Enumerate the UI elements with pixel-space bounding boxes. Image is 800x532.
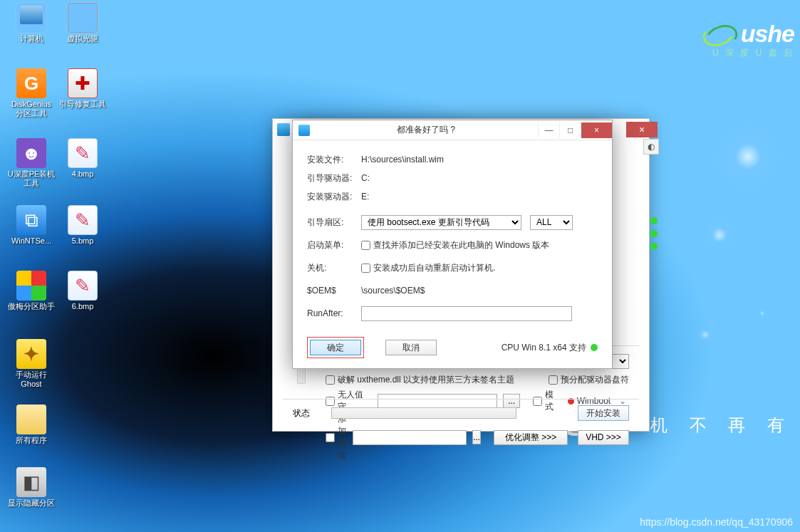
start-menu-label: 启动菜单: — [307, 239, 361, 251]
cpu-status: CPU Win 8.1 x64 支持 — [502, 342, 586, 354]
runafter-input[interactable] — [361, 306, 572, 321]
folder-icon — [16, 405, 46, 434]
driver-path[interactable] — [353, 430, 467, 445]
icon-show-hidden[interactable]: ◧显示隐藏分区 — [9, 467, 54, 508]
parent-window-icon — [277, 123, 290, 136]
start-menu-checkbox[interactable]: 查找并添加已经安装在此电脑的 Windows 版本 — [361, 239, 549, 251]
bmp-icon: ✎ — [68, 271, 98, 301]
swoosh-icon — [698, 19, 737, 48]
install-drive-label: 安装驱动器: — [307, 191, 361, 203]
disc-icon — [68, 3, 98, 33]
ok-button[interactable]: 确定 — [310, 340, 361, 355]
chk-prealloc[interactable]: 预分配驱动器盘符 — [549, 374, 629, 386]
icon-aomei[interactable]: 傲梅分区助手 — [9, 271, 54, 311]
icon-computer[interactable]: 计算机 — [9, 3, 54, 43]
icon-virtual-drive[interactable]: 虚拟光驱 — [60, 3, 105, 43]
boot-sector-label: 引导扇区: — [307, 217, 361, 229]
firstaid-icon: ✚ — [68, 68, 98, 98]
shutdown-label: 关机: — [307, 262, 361, 274]
status-led-icon — [591, 344, 598, 351]
boot-sector-select[interactable]: 使用 bootsect.exe 更新引导代码 — [361, 215, 521, 230]
computer-icon — [16, 3, 46, 33]
brand-logo-sub: U 深 度 U 盘 启 — [712, 47, 794, 59]
ghost-icon: ☻ — [16, 138, 46, 168]
icon-5bmp[interactable]: ✎5.bmp — [60, 205, 105, 246]
dialog-icon — [298, 125, 310, 136]
boot-sector-all-select[interactable]: ALL — [530, 215, 573, 230]
brand-logo-text: ushe — [741, 20, 794, 48]
icon-boot-repair[interactable]: ✚引导修复工具 — [60, 68, 105, 109]
bmp-icon: ✎ — [68, 138, 98, 168]
start-install-button[interactable]: 开始安装 — [578, 405, 629, 421]
icon-4bmp[interactable]: ✎4.bmp — [60, 138, 105, 179]
runafter-label: RunAfter: — [307, 308, 361, 318]
boot-drive-value: C: — [361, 173, 598, 183]
partition-icon — [16, 271, 46, 301]
install-drive-value: E: — [361, 192, 598, 202]
status-label: 状态 — [293, 407, 310, 419]
dialog-title: 都准备好了吗 ? — [314, 124, 538, 136]
tune-button[interactable]: 优化调整 >>> — [494, 430, 568, 445]
ghost-run-icon: ✦ — [16, 339, 46, 369]
csdn-watermark: https://blog.csdn.net/qq_43170906 — [640, 516, 793, 528]
diskgenius-icon: G — [16, 68, 46, 98]
maximize-button[interactable]: □ — [559, 122, 581, 138]
progress-bar — [331, 407, 516, 419]
confirm-dialog: 都准备好了吗 ? — □ × 安装文件:H:\sources\install.w… — [292, 120, 613, 369]
winnt-icon: ⧉ — [16, 205, 46, 235]
parent-status-leds — [650, 217, 658, 250]
shutdown-checkbox[interactable]: 安装成功后自动重新启动计算机. — [361, 262, 495, 274]
cancel-button[interactable]: 取消 — [385, 340, 437, 355]
chk-uxtheme[interactable]: 破解 uxtheme.dll 以支持使用第三方未签名主题 — [326, 374, 514, 386]
oem-value[interactable]: \sources\$OEM$ — [361, 286, 598, 296]
icon-all-programs[interactable]: 所有程序 — [9, 405, 54, 445]
brand-logo: ushe — [698, 19, 794, 48]
boot-drive-label: 引导驱动器: — [307, 172, 361, 184]
drive-icon: ◧ — [16, 467, 46, 497]
parent-toolbar-button[interactable]: ◐ — [643, 139, 659, 155]
icon-winntsetup[interactable]: ⧉WinNTSe... — [9, 205, 54, 246]
parent-close-button[interactable]: × — [626, 122, 658, 137]
dialog-titlebar[interactable]: 都准备好了吗 ? — □ × — [293, 120, 612, 140]
minimize-button[interactable]: — — [538, 122, 559, 138]
icon-6bmp[interactable]: ✎6.bmp — [60, 271, 105, 311]
close-button[interactable]: × — [581, 122, 612, 138]
install-file-label: 安装文件: — [307, 154, 361, 166]
bmp-icon: ✎ — [68, 205, 98, 235]
install-file-value: H:\sources\install.wim — [361, 155, 598, 165]
icon-manual-ghost[interactable]: ✦手动运行Ghost — [9, 339, 54, 388]
vhd-button[interactable]: VHD >>> — [578, 430, 629, 445]
oem-label: $OEM$ — [307, 286, 361, 296]
icon-pe-installer[interactable]: ☻U深度PE装机工具 — [9, 138, 54, 187]
driver-browse[interactable]: ... — [472, 430, 481, 444]
ok-highlight: 确定 — [307, 337, 364, 358]
icon-diskgenius[interactable]: GDiskGenius 分区工具 — [9, 68, 54, 118]
